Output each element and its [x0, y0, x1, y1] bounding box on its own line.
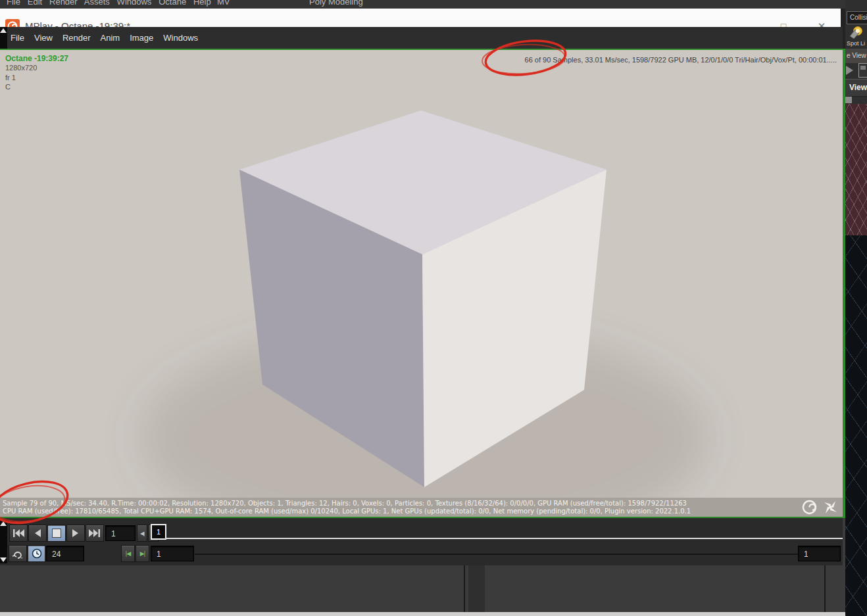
- pane-menu-view[interactable]: View: [845, 79, 867, 97]
- houdini-mv-tab[interactable]: MV: [217, 0, 230, 7]
- screen: File Edit Render Assets Windows Octane H…: [0, 0, 867, 616]
- spot-light-icon[interactable]: [848, 26, 864, 40]
- pane-splitter-handle[interactable]: [0, 27, 7, 49]
- menu-view[interactable]: View: [34, 33, 53, 43]
- timeline-slider-track[interactable]: [195, 554, 798, 555]
- pane-tab-view[interactable]: e View: [845, 49, 867, 63]
- arrow-right-icon[interactable]: [846, 66, 853, 75]
- range-start-button[interactable]: |◀: [121, 545, 135, 562]
- menu-render[interactable]: Render: [62, 33, 91, 43]
- octane-swirl-icon: [801, 499, 818, 515]
- play-button[interactable]: [66, 525, 85, 542]
- range-end-button[interactable]: ▶|: [136, 545, 149, 562]
- range-end-field[interactable]: 1: [798, 546, 841, 561]
- statistics-line1: Sample 79 of 90, MS/sec: 34.40, R.Time: …: [3, 500, 687, 507]
- houdini-menu-text[interactable]: File Edit Render Assets Windows Octane H…: [7, 0, 211, 7]
- mplay-menubar: File View Render Anim Image Windows: [0, 27, 843, 49]
- background-panel: [0, 565, 845, 616]
- realtime-playback-button[interactable]: [28, 545, 45, 562]
- splitter-arrow-icon: [0, 28, 7, 33]
- houdini-right-panel: Collisio Spot Li e View View: [845, 0, 867, 616]
- splitter-down-icon: [0, 557, 7, 562]
- viewport-wireframe: [845, 235, 867, 616]
- loop-mode-button[interactable]: [9, 545, 27, 562]
- cube-render: [0, 50, 843, 498]
- render-name-overlay: Octane -19:39:27: [5, 54, 68, 63]
- stop-icon: [52, 529, 61, 538]
- spot-light-label: Spot Li: [847, 40, 865, 47]
- range-start-field[interactable]: 1: [151, 546, 194, 561]
- clock-icon: [32, 548, 42, 559]
- panel-gutter: [468, 565, 485, 616]
- frame-overlay: fr 1: [5, 74, 16, 82]
- fps-field[interactable]: 24: [46, 546, 84, 561]
- resolution-overlay: 1280x720: [5, 64, 37, 72]
- playbar-splitter-handle[interactable]: [0, 520, 7, 563]
- skip-start-button[interactable]: [9, 525, 28, 542]
- menu-file[interactable]: File: [11, 33, 24, 43]
- shelf-tab-collision[interactable]: Collisio: [847, 11, 867, 24]
- panel-divider[interactable]: [464, 565, 465, 616]
- stop-button[interactable]: [47, 525, 66, 542]
- menu-image[interactable]: Image: [130, 33, 153, 43]
- viewport-ground-grid: [845, 104, 867, 235]
- render-progress-text: 66 of 90 Samples, 33.01 Ms/sec, 1598/792…: [525, 56, 837, 64]
- statistics-line2: CPU RAM (used/free): 17810/65485, Total …: [3, 508, 691, 515]
- menu-windows[interactable]: Windows: [163, 33, 198, 43]
- splitter-up-icon: [0, 521, 7, 526]
- render-viewport[interactable]: Octane -19:39:27 1280x720 fr 1 C 66 of 9…: [0, 50, 843, 498]
- taskbar-edge: [0, 612, 845, 616]
- timeline-top-edge: [165, 538, 843, 539]
- step-back-button[interactable]: ◀|: [137, 525, 147, 542]
- pane-corner-widget[interactable]: [845, 97, 852, 103]
- houdini-shelf-label[interactable]: Poly Modeling: [309, 0, 363, 7]
- panel-divider[interactable]: [824, 565, 826, 616]
- timeline-frame-marker[interactable]: 1: [151, 524, 166, 540]
- render-statistics-bar: Sample 79 of 90, MS/sec: 34.40, R.Time: …: [0, 498, 843, 517]
- play-reverse-button[interactable]: [28, 525, 47, 542]
- current-frame-field[interactable]: 1: [105, 525, 136, 541]
- playbar: 1 ◀| |▶ 1 24 |◀ ▶| 1 1: [0, 518, 843, 565]
- mplay-titlebar: MPlay - Octane -19:39:* — □ ✕: [0, 9, 841, 27]
- menu-anim[interactable]: Anim: [101, 33, 120, 43]
- houdini-shuriken-icon: [822, 498, 839, 516]
- houdini-menu-strip: File Edit Render Assets Windows Octane H…: [0, 0, 867, 9]
- plane-overlay: C: [5, 83, 11, 91]
- pane-icon-button[interactable]: [858, 63, 867, 78]
- skip-end-button[interactable]: [86, 525, 104, 542]
